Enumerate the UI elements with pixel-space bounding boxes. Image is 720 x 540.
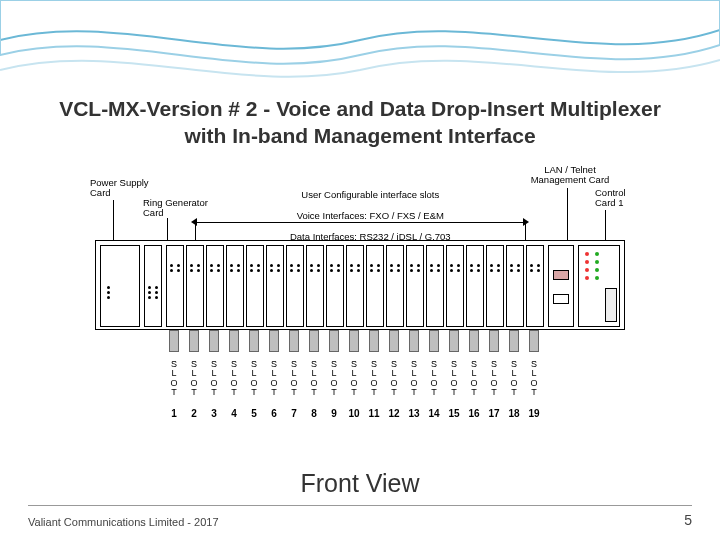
slot-vert-label: S L O T (306, 360, 322, 398)
slot-number: 7 (285, 408, 303, 419)
slot-vert-label: S L O T (206, 360, 222, 398)
slot-vert-label: S L O T (226, 360, 242, 398)
slot-number: 5 (245, 408, 263, 419)
leader-ring (167, 218, 168, 240)
slot-tab (209, 330, 219, 352)
label-ring-gen: Ring Generator Card (143, 198, 208, 219)
slot-tab (309, 330, 319, 352)
slot-number: 3 (205, 408, 223, 419)
page-number: 5 (684, 512, 692, 528)
slot-number: 12 (385, 408, 403, 419)
slot-number: 18 (505, 408, 523, 419)
footer-company: Valiant Communications Limited - 2017 (28, 516, 219, 528)
slot-tab (249, 330, 259, 352)
slot-12 (386, 245, 404, 327)
slot-number: 4 (225, 408, 243, 419)
slot-tab (369, 330, 379, 352)
slot-10 (346, 245, 364, 327)
slide-title: VCL-MX-Version # 2 - Voice and Data Drop… (40, 95, 680, 150)
slot-control (578, 245, 620, 327)
leader-lan (567, 188, 568, 240)
slot-15 (446, 245, 464, 327)
slot-vert-label: S L O T (266, 360, 282, 398)
slot-number: 15 (445, 408, 463, 419)
slot-vert-label: S L O T (506, 360, 522, 398)
slot-vert-label: S L O T (426, 360, 442, 398)
arrow-slots-range (195, 222, 525, 223)
slot-11 (366, 245, 384, 327)
slide-subtitle: Front View (0, 469, 720, 498)
footer-divider (28, 505, 692, 506)
slot-vert-label: S L O T (246, 360, 262, 398)
leader-control (605, 210, 606, 240)
slot-tab (269, 330, 279, 352)
slot-mgmt (548, 245, 574, 327)
title-line2: with In-band Management Interface (184, 124, 535, 147)
leader-power (113, 200, 114, 240)
slot-vert-label: S L O T (406, 360, 422, 398)
slot-vert-label: S L O T (326, 360, 342, 398)
slot-number: 16 (465, 408, 483, 419)
slot-vert-label: S L O T (286, 360, 302, 398)
slot-power (100, 245, 140, 327)
slot-tab (489, 330, 499, 352)
slot-13 (406, 245, 424, 327)
slot-9 (326, 245, 344, 327)
slot-8 (306, 245, 324, 327)
slot-tab (329, 330, 339, 352)
slot-tab (409, 330, 419, 352)
slot-number: 8 (305, 408, 323, 419)
slot-18 (506, 245, 524, 327)
slot-tab (529, 330, 539, 352)
slot-19 (526, 245, 544, 327)
wave-background (0, 0, 720, 90)
label-control-card: Control Card 1 (595, 188, 645, 209)
slot-tab (229, 330, 239, 352)
slot-vert-label: S L O T (526, 360, 542, 398)
chassis (95, 240, 625, 330)
slot-vert-label: S L O T (486, 360, 502, 398)
slot-6 (266, 245, 284, 327)
slot-vert-label: S L O T (446, 360, 462, 398)
label-lan-mgmt: LAN / Telnet Management Card (525, 165, 615, 186)
slot-number: 14 (425, 408, 443, 419)
slot-tab (469, 330, 479, 352)
slot-vert-label: S L O T (366, 360, 382, 398)
slot-number: 9 (325, 408, 343, 419)
slot-tab (449, 330, 459, 352)
slot-tab (189, 330, 199, 352)
slot-vert-label: S L O T (386, 360, 402, 398)
slot-17 (486, 245, 504, 327)
slot-3 (206, 245, 224, 327)
slot-number: 10 (345, 408, 363, 419)
slot-number: 17 (485, 408, 503, 419)
slot-vert-label: S L O T (346, 360, 362, 398)
slot-number: 2 (185, 408, 203, 419)
slot-vert-label: S L O T (466, 360, 482, 398)
title-line1: VCL-MX-Version # 2 - Voice and Data Drop… (59, 97, 661, 120)
slot-ring-gen (144, 245, 162, 327)
slot-14 (426, 245, 444, 327)
slot-number: 13 (405, 408, 423, 419)
slot-number: 1 (165, 408, 183, 419)
slot-1 (166, 245, 184, 327)
slot-number: 6 (265, 408, 283, 419)
slot-tab (289, 330, 299, 352)
slot-number: 11 (365, 408, 383, 419)
slot-tab (169, 330, 179, 352)
slot-tab (509, 330, 519, 352)
label-power-supply: Power Supply Card (90, 178, 149, 199)
slot-tab (429, 330, 439, 352)
slot-vert-label: S L O T (186, 360, 202, 398)
slot-tab (349, 330, 359, 352)
slot-4 (226, 245, 244, 327)
slot-16 (466, 245, 484, 327)
slot-vert-label: S L O T (166, 360, 182, 398)
slot-5 (246, 245, 264, 327)
slot-2 (186, 245, 204, 327)
slot-number: 19 (525, 408, 543, 419)
slot-7 (286, 245, 304, 327)
slot-tab (389, 330, 399, 352)
